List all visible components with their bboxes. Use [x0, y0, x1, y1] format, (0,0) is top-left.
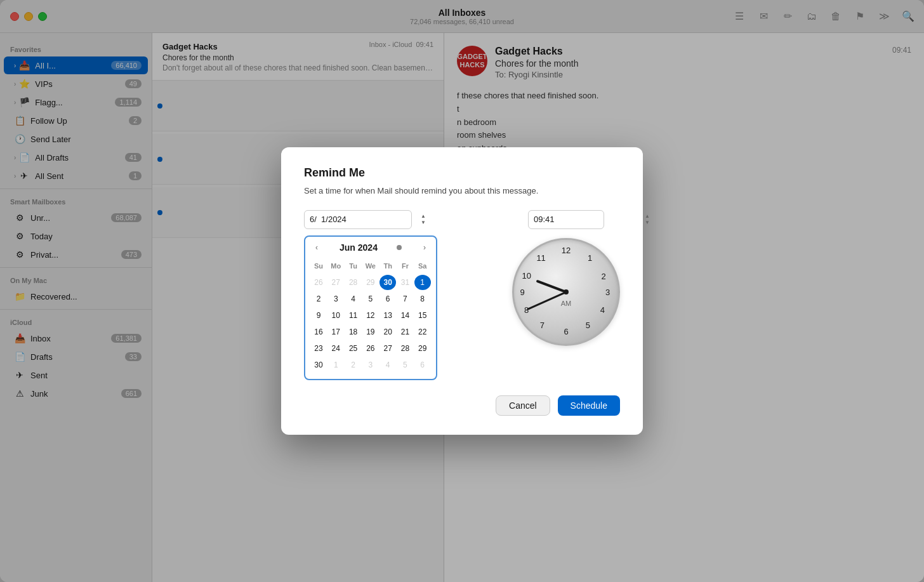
cal-day-9[interactable]: 9	[310, 308, 327, 323]
cal-day-26-prev[interactable]: 26	[310, 275, 327, 290]
cal-day-26[interactable]: 26	[362, 341, 379, 356]
cal-header-tu: Tu	[345, 258, 362, 274]
date-up-arrow[interactable]: ▲	[419, 213, 428, 220]
cal-day-28-prev[interactable]: 28	[345, 275, 362, 290]
cal-day-15[interactable]: 15	[414, 308, 431, 323]
cal-day-4[interactable]: 4	[345, 291, 362, 307]
cal-day-30-b[interactable]: 30	[310, 357, 327, 373]
cal-day-12[interactable]: 12	[362, 308, 379, 323]
time-up-arrow[interactable]: ▲	[643, 213, 652, 220]
modal-description: Set a time for when Mail should remind y…	[304, 185, 620, 197]
calendar-next-button[interactable]: ›	[421, 242, 428, 253]
cal-day-2-next[interactable]: 2	[345, 357, 362, 373]
cal-day-29-prev[interactable]: 29	[362, 275, 379, 290]
time-input[interactable]	[534, 215, 640, 224]
clock-num-4: 4	[600, 305, 605, 314]
calendar-week-2: 2 3 4 5 6 7 8	[310, 291, 431, 307]
cal-day-30[interactable]: 30	[380, 275, 396, 290]
remind-me-modal: Remind Me Set a time for when Mail shoul…	[281, 147, 643, 435]
cal-day-17[interactable]: 17	[327, 324, 344, 340]
cal-day-6[interactable]: 6	[380, 291, 396, 307]
modal-title: Remind Me	[304, 166, 620, 180]
calendar-week-3: 9 10 11 12 13 14 15	[310, 308, 431, 323]
calendar: ‹ Jun 2024 › Su Mo Tu We Th Fr	[304, 235, 437, 380]
time-input-container: ▲ ▼	[528, 210, 604, 229]
clock-face: 12 1 2 3 4 5 6 7 8 9 10 11 AM	[514, 240, 618, 344]
cal-day-3-next[interactable]: 3	[362, 357, 379, 373]
cal-day-27[interactable]: 27	[380, 341, 396, 356]
schedule-button[interactable]: Schedule	[558, 395, 620, 416]
time-section: ▲ ▼ 12 1 2 3 4 5 6 7	[512, 210, 620, 346]
date-section: ▲ ▼ ‹ Jun 2024 › Su	[304, 210, 497, 380]
calendar-day-headers: Su Mo Tu We Th Fr Sa	[310, 258, 431, 274]
cal-header-sa: Sa	[414, 258, 431, 274]
calendar-week-4: 16 17 18 19 20 21 22	[310, 324, 431, 340]
cal-day-14[interactable]: 14	[397, 308, 413, 323]
cal-day-8[interactable]: 8	[414, 291, 431, 307]
clock-am-label: AM	[561, 300, 572, 307]
cancel-button[interactable]: Cancel	[496, 395, 550, 416]
clock-num-7: 7	[540, 321, 544, 330]
cal-day-5[interactable]: 5	[362, 291, 379, 307]
cal-day-27-prev[interactable]: 27	[327, 275, 344, 290]
cal-day-19[interactable]: 19	[362, 324, 379, 340]
calendar-week-1: 26 27 28 29 30 31 1	[310, 275, 431, 290]
clock-num-1: 1	[588, 253, 592, 262]
cal-day-16[interactable]: 16	[310, 324, 327, 340]
cal-day-1-selected[interactable]: 1	[414, 275, 431, 290]
date-input-container: ▲ ▼	[304, 210, 412, 229]
calendar-week-5: 23 24 25 26 27 28 29	[310, 341, 431, 356]
cal-day-25[interactable]: 25	[345, 341, 362, 356]
cal-day-13[interactable]: 13	[380, 308, 396, 323]
modal-body: ▲ ▼ ‹ Jun 2024 › Su	[304, 210, 620, 380]
cal-header-mo: Mo	[327, 258, 344, 274]
clock-num-10: 10	[522, 270, 531, 280]
clock-num-11: 11	[536, 253, 545, 262]
clock-num-3: 3	[605, 287, 610, 296]
modal-overlay: Remind Me Set a time for when Mail shoul…	[0, 0, 924, 582]
cal-day-21[interactable]: 21	[397, 324, 413, 340]
date-down-arrow[interactable]: ▼	[419, 220, 428, 226]
cal-day-22[interactable]: 22	[414, 324, 431, 340]
cal-day-18[interactable]: 18	[345, 324, 362, 340]
cal-day-3[interactable]: 3	[327, 291, 344, 307]
clock-num-5: 5	[586, 321, 590, 330]
cal-day-4-next[interactable]: 4	[380, 357, 396, 373]
cal-header-th: Th	[380, 258, 396, 274]
cal-day-29[interactable]: 29	[414, 341, 431, 356]
cal-day-1-next[interactable]: 1	[327, 357, 344, 373]
calendar-prev-button[interactable]: ‹	[313, 242, 320, 253]
calendar-header: ‹ Jun 2024 ›	[310, 242, 431, 253]
hour-hand	[536, 279, 566, 293]
cal-day-6-next[interactable]: 6	[414, 357, 431, 373]
cal-header-we: We	[362, 258, 379, 274]
calendar-dot	[397, 245, 402, 250]
calendar-week-6: 30 1 2 3 4 5 6	[310, 357, 431, 373]
clock-num-2: 2	[601, 272, 605, 281]
calendar-month-year: Jun 2024	[340, 242, 378, 253]
cal-day-10[interactable]: 10	[327, 308, 344, 323]
cal-day-7[interactable]: 7	[397, 291, 413, 307]
cal-day-23[interactable]: 23	[310, 341, 327, 356]
date-input[interactable]	[310, 215, 416, 224]
cal-day-28[interactable]: 28	[397, 341, 413, 356]
clock-center	[564, 289, 569, 294]
modal-footer: Cancel Schedule	[304, 395, 620, 416]
cal-day-11[interactable]: 11	[345, 308, 362, 323]
date-stepper[interactable]: ▲ ▼	[419, 213, 428, 226]
clock: 12 1 2 3 4 5 6 7 8 9 10 11 AM	[512, 238, 620, 346]
cal-day-24[interactable]: 24	[327, 341, 344, 356]
cal-day-31-prev[interactable]: 31	[397, 275, 413, 290]
calendar-grid: Su Mo Tu We Th Fr Sa 26 27 28	[310, 258, 431, 373]
time-down-arrow[interactable]: ▼	[643, 220, 652, 226]
clock-num-9: 9	[520, 287, 524, 296]
clock-num-6: 6	[564, 327, 568, 336]
clock-num-12: 12	[562, 246, 571, 255]
cal-day-2[interactable]: 2	[310, 291, 327, 307]
time-stepper[interactable]: ▲ ▼	[643, 213, 652, 226]
cal-day-20[interactable]: 20	[380, 324, 396, 340]
cal-header-fr: Fr	[397, 258, 413, 274]
cal-day-5-next[interactable]: 5	[397, 357, 413, 373]
cal-header-su: Su	[310, 258, 327, 274]
